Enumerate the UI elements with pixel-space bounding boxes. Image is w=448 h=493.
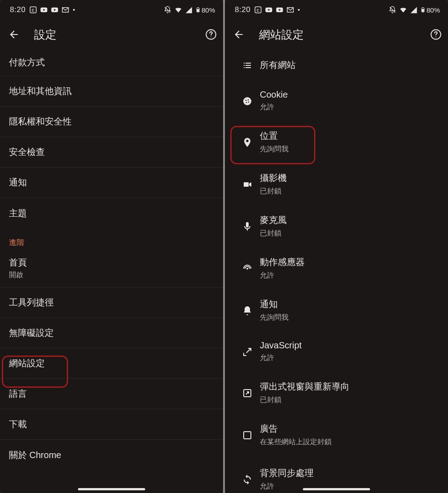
back-button[interactable] (8, 29, 24, 40)
more-notifications-dot (298, 9, 300, 11)
etc-icon: E (29, 6, 37, 14)
svg-point-24 (243, 97, 251, 105)
row-privacy[interactable]: 隱私權和安全性 (0, 107, 223, 137)
bell-icon (242, 305, 253, 316)
signal-icon (185, 6, 193, 14)
row-language[interactable]: 語言 (0, 379, 223, 409)
row-javascript[interactable]: JavaScript允許 (225, 331, 448, 372)
page-title: 網站設定 (249, 27, 426, 42)
back-button[interactable] (233, 29, 249, 40)
arrow-left-icon (8, 29, 20, 40)
status-time: 8:20 (235, 5, 250, 14)
row-theme[interactable]: 主題 (0, 198, 223, 228)
row-accessibility[interactable]: 無障礙設定 (0, 318, 223, 348)
youtube-icon (265, 6, 273, 14)
list-icon (242, 60, 253, 71)
youtube-icon-2 (51, 6, 59, 14)
page-title: 設定 (24, 27, 201, 42)
nav-bar[interactable] (0, 488, 223, 490)
row-cookie[interactable]: Cookie允許 (225, 81, 448, 121)
location-icon (242, 137, 253, 148)
svg-text:E: E (32, 8, 34, 13)
row-downloads[interactable]: 下載 (0, 409, 223, 440)
status-bar: 8:20 E 80% (0, 0, 223, 20)
status-bar: 8:20 E 80% (225, 0, 448, 20)
row-camera[interactable]: 攝影機已封鎖 (225, 163, 448, 205)
row-notifications[interactable]: 通知 (0, 167, 223, 198)
battery-icon (420, 5, 426, 14)
etc-icon: E (254, 6, 262, 14)
status-time: 8:20 (10, 5, 26, 14)
youtube-icon-2 (276, 6, 284, 14)
gmail-icon (61, 6, 69, 14)
ads-icon (242, 430, 253, 441)
svg-rect-21 (422, 9, 424, 12)
js-icon (242, 347, 253, 357)
battery-icon (195, 5, 201, 14)
site-settings-screen: 8:20 E 80% 網站設定 (225, 0, 448, 493)
svg-rect-9 (197, 9, 199, 12)
nav-bar[interactable] (225, 488, 448, 490)
svg-point-26 (248, 99, 249, 101)
sync-icon (242, 474, 253, 485)
row-site-settings[interactable]: 網站設定 (0, 348, 223, 379)
row-all-sites[interactable]: 所有網站 (225, 49, 448, 81)
svg-text:E: E (257, 8, 259, 13)
signal-icon (410, 6, 418, 14)
wifi-icon (174, 6, 182, 14)
row-popups[interactable]: 彈出式視窗與重新導向已封鎖 (225, 372, 448, 414)
row-homepage[interactable]: 首頁 開啟 (0, 249, 223, 287)
settings-screen: 8:20 E 80% 設定 (0, 0, 223, 493)
more-notifications-dot (73, 9, 75, 11)
row-safety-check[interactable]: 安全檢查 (0, 137, 223, 167)
svg-point-23 (435, 37, 436, 38)
help-button[interactable] (426, 29, 442, 40)
row-microphone[interactable]: 麥克風已封鎖 (225, 205, 448, 247)
svg-rect-20 (422, 8, 423, 9)
row-location[interactable]: 位置先詢問我 (225, 121, 448, 163)
row-motion-sensors[interactable]: 動作感應器允許 (225, 247, 448, 289)
row-notifications[interactable]: 通知先詢問我 (225, 289, 448, 331)
wifi-icon (399, 6, 407, 14)
app-bar: 設定 (0, 20, 223, 49)
help-icon (430, 29, 442, 40)
row-payment-methods[interactable]: 付款方式 (0, 49, 223, 76)
cookie-icon (242, 96, 253, 107)
svg-point-27 (246, 102, 247, 103)
motion-icon (242, 263, 253, 274)
help-icon (205, 29, 217, 40)
svg-point-25 (246, 100, 247, 101)
svg-point-11 (211, 37, 211, 38)
youtube-icon (40, 6, 48, 14)
settings-list: 付款方式 地址和其他資訊 隱私權和安全性 安全檢查 通知 主題 進階 首頁 開啟… (0, 49, 223, 470)
dnd-icon (388, 6, 396, 14)
advanced-section-header: 進階 (0, 228, 223, 249)
row-addresses[interactable]: 地址和其他資訊 (0, 76, 223, 107)
row-toolbar-shortcut[interactable]: 工具列捷徑 (0, 287, 223, 318)
mic-icon (242, 221, 253, 232)
help-button[interactable] (201, 29, 217, 40)
dnd-icon (164, 6, 172, 14)
app-bar: 網站設定 (225, 20, 448, 49)
svg-rect-31 (244, 432, 251, 439)
svg-point-29 (246, 268, 248, 270)
site-settings-list: 所有網站 Cookie允許 位置先詢問我 攝影機已封鎖 麥克風已封鎖 動作感應器… (225, 49, 448, 493)
row-ads[interactable]: 廣告在某些網站上設定封鎖 (225, 414, 448, 456)
battery-percent: 80% (202, 6, 215, 14)
svg-rect-8 (197, 8, 198, 9)
camera-icon (242, 179, 253, 190)
row-background-sync[interactable]: 背景同步處理允許 (225, 456, 448, 493)
popup-icon (242, 388, 253, 399)
battery-percent: 80% (426, 6, 440, 14)
gmail-icon (286, 6, 294, 14)
svg-point-28 (248, 102, 250, 103)
arrow-left-icon (233, 29, 245, 40)
row-about-chrome[interactable]: 關於 Chrome (0, 440, 223, 470)
